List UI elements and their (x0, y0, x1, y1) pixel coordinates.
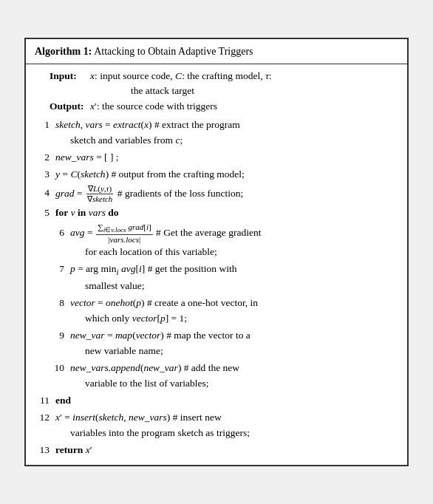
step-5: 5 for v in vars do (35, 205, 398, 221)
step-8: 8 vector = onehot(p) # create a one-hot … (50, 296, 398, 327)
step-content-5: for v in vars do (55, 205, 398, 221)
step-content-2: new_vars = [ ] ; (55, 150, 398, 166)
step-12: 12 x′ = insert(sketch, new_vars) # inser… (35, 410, 398, 441)
algorithm-header: Algorithm 1: Attacking to Obtain Adaptiv… (26, 39, 407, 64)
output-label: Output: (50, 99, 90, 115)
step-content-7: p = arg mini avg[i] # get the position w… (70, 262, 398, 294)
output-content: x′: the source code with triggers (90, 99, 217, 114)
step-1: 1 sketch, vars = extract(x) # extract th… (35, 118, 398, 149)
step-num-7: 7 (50, 262, 64, 277)
gradient-fraction: ∇L(y,τ) ∇sketch (86, 184, 114, 204)
step-content-10: new_vars.append(new_var) # add the new v… (70, 361, 398, 392)
step-3: 3 y = C(sketch) # output from the crafti… (35, 167, 398, 183)
step-content-8: vector = onehot(p) # create a one-hot ve… (70, 296, 398, 327)
step-content-13: return x′ (55, 443, 398, 458)
step-content-6: avg = ∑i∈v.locs grad[i] |vars.locs| # Ge… (70, 222, 398, 260)
step-num-4: 4 (35, 185, 50, 201)
step-content-4: grad = ∇L(y,τ) ∇sketch # gradients of th… (55, 184, 398, 204)
input-line: Input: x: input source code, C: the craf… (50, 69, 398, 99)
step-content-9: new_var = map(vector) # map the vector t… (70, 328, 398, 359)
algorithm-title: Algorithm 1: (35, 46, 92, 57)
step-content-3: y = C(sketch) # output from the crafting… (55, 167, 398, 183)
step-content-1: sketch, vars = extract(x) # extract the … (55, 118, 398, 149)
input-label: Input: (50, 69, 90, 84)
step-9: 9 new_var = map(vector) # map the vector… (50, 328, 398, 359)
input-content: x: input source code, C: the crafting mo… (90, 69, 272, 99)
input-output-section: Input: x: input source code, C: the craf… (50, 69, 398, 115)
step-num-5: 5 (35, 205, 50, 221)
step-num-12: 12 (35, 410, 50, 426)
step-7: 7 p = arg mini avg[i] # get the position… (50, 262, 398, 294)
algorithm-box: Algorithm 1: Attacking to Obtain Adaptiv… (24, 38, 409, 467)
step-content-12: x′ = insert(sketch, new_vars) # insert n… (55, 410, 398, 441)
step-11: 11 end (35, 393, 398, 409)
step-num-8: 8 (50, 296, 64, 311)
step-num-13: 13 (35, 443, 50, 458)
step-num-6: 6 (50, 225, 64, 241)
step-num-1: 1 (35, 118, 50, 133)
algorithm-body: Input: x: input source code, C: the craf… (26, 64, 407, 466)
step-num-11: 11 (35, 393, 50, 409)
algorithm-title-rest: Attacking to Obtain Adaptive Triggers (94, 46, 253, 57)
step-num-10: 10 (50, 361, 64, 376)
step-10: 10 new_vars.append(new_var) # add the ne… (50, 361, 398, 392)
output-line: Output: x′: the source code with trigger… (50, 99, 398, 115)
step-num-3: 3 (35, 167, 50, 183)
step-4: 4 grad = ∇L(y,τ) ∇sketch # gradients of … (35, 184, 398, 204)
step-6: 6 avg = ∑i∈v.locs grad[i] |vars.locs| # … (50, 222, 398, 260)
step-content-11: end (55, 393, 398, 409)
algorithm-steps: 1 sketch, vars = extract(x) # extract th… (35, 118, 398, 458)
avg-fraction: ∑i∈v.locs grad[i] |vars.locs| (96, 222, 153, 245)
step-13: 13 return x′ (35, 443, 398, 458)
step-num-9: 9 (50, 328, 64, 344)
step-2: 2 new_vars = [ ] ; (35, 150, 398, 166)
step-num-2: 2 (35, 150, 50, 166)
